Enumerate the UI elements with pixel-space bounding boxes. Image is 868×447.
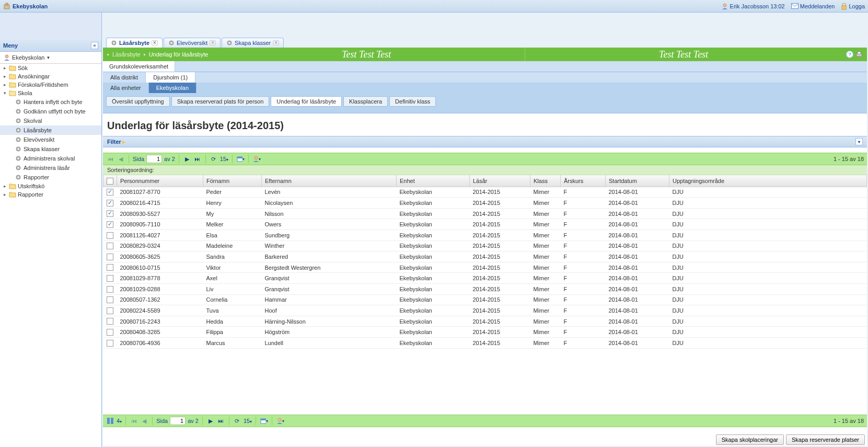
row-checkbox[interactable]	[107, 329, 113, 336]
refresh-button[interactable]: ⟳	[233, 417, 241, 425]
table-row[interactable]: 20081027-8770PederLevénEkebyskolan2014-2…	[103, 187, 867, 198]
pagesize-selector[interactable]: 15▾	[244, 418, 252, 424]
table-row[interactable]: 20081126-4027ElsaSundbergEkebyskolan2014…	[103, 230, 867, 240]
next-page-button[interactable]: ▶	[183, 155, 191, 163]
help-button[interactable]: ?	[846, 51, 853, 58]
column-header[interactable]	[103, 175, 117, 187]
row-checkbox[interactable]	[107, 307, 113, 314]
row-checkbox[interactable]	[107, 340, 113, 347]
prev-page-button[interactable]: ◀	[140, 417, 148, 425]
breadcrumb-root[interactable]: Läsårsbyte	[112, 51, 141, 58]
filter-collapse-button[interactable]: ▾	[855, 138, 863, 145]
expand-icon[interactable]: ▸	[2, 65, 7, 71]
tree-item[interactable]: Administrera skolval	[0, 154, 101, 163]
create-reserved-button[interactable]: Skapa reserverade platser	[786, 434, 865, 445]
column-header[interactable]: Personnummer	[117, 175, 203, 187]
row-checkbox[interactable]	[107, 296, 113, 303]
first-page-button[interactable]: ⏮	[106, 155, 114, 163]
last-page-button[interactable]: ⏭	[217, 417, 225, 425]
page-input[interactable]	[146, 155, 162, 163]
pagesize-selector[interactable]: 15▾	[220, 156, 228, 162]
tree-item[interactable]: Läsårsbyte	[0, 125, 101, 135]
table-row[interactable]: 20080605-3625SandraBarkeredEkebyskolan20…	[103, 251, 867, 262]
row-checkbox[interactable]	[107, 221, 113, 228]
expand-icon[interactable]: ▸	[2, 82, 7, 87]
table-row[interactable]: 20080224-5589TuvaHoofEkebyskolan2014-201…	[103, 305, 867, 316]
tab-close-button[interactable]: ×	[210, 40, 216, 45]
action-tab[interactable]: Klassplacera	[343, 96, 388, 107]
row-checkbox[interactable]	[107, 210, 113, 217]
tree-item[interactable]: Elevöversikt	[0, 135, 101, 144]
user-action-button[interactable]: ▾	[252, 155, 261, 163]
tab-close-button[interactable]: ×	[273, 40, 279, 45]
user-action-button[interactable]: ▾	[276, 417, 284, 425]
table-row[interactable]: 20080905-7110MelkerOwersEkebyskolan2014-…	[103, 219, 867, 230]
main-tab[interactable]: Skapa klasser×	[222, 38, 284, 48]
table-row[interactable]: 20080930-5527MyNilssonEkebyskolan2014-20…	[103, 208, 867, 219]
export-button[interactable]: ▾	[236, 155, 245, 163]
column-header[interactable]: Enhet	[397, 175, 470, 187]
first-page-button[interactable]: ⏮	[130, 417, 138, 425]
table-row[interactable]: 20080706-4936MarcusLundellEkebyskolan201…	[103, 337, 867, 348]
tree-item[interactable]: Godkänn utflytt och byte	[0, 107, 101, 116]
next-page-button[interactable]: ▶	[206, 417, 215, 425]
user-menu[interactable]: Erik Jacobsson 13:02	[721, 3, 785, 10]
row-checkbox[interactable]	[107, 189, 113, 196]
action-tab[interactable]: Översikt uppflyttning	[106, 96, 170, 107]
row-checkbox[interactable]	[107, 264, 113, 271]
row-checkbox[interactable]	[107, 200, 113, 207]
column-header[interactable]: Förnamn	[203, 175, 262, 187]
action-tab[interactable]: Definitiv klass	[389, 96, 436, 107]
action-tab[interactable]: Skapa reserverad plats för person	[171, 96, 270, 107]
table-row[interactable]: 20080716-2243HeddaHärning-NilssonEkebysk…	[103, 316, 867, 327]
print-icon[interactable]	[855, 51, 863, 58]
column-header[interactable]: Klass	[530, 175, 561, 187]
distrikt-tab[interactable]: Djursholm (1)	[146, 72, 195, 83]
column-header[interactable]: Läsår	[470, 175, 530, 187]
logout-link[interactable]: Logga	[841, 3, 865, 10]
row-checkbox[interactable]	[107, 243, 113, 249]
expand-icon[interactable]: ▸	[2, 74, 7, 79]
export-button[interactable]: ▾	[260, 417, 268, 425]
table-row[interactable]: 20080829-0324MadeleineWintherEkebyskolan…	[103, 240, 867, 251]
sidebar-collapse-button[interactable]: «	[91, 42, 98, 49]
select-all-checkbox[interactable]	[107, 178, 113, 185]
tree-item[interactable]: ▸Utskriftskö	[0, 182, 101, 190]
row-checkbox[interactable]	[107, 318, 113, 325]
collapse-icon[interactable]: ▾	[2, 90, 7, 96]
tree-item[interactable]: ▸Rapporter	[0, 190, 101, 199]
column-header[interactable]: Startdatum	[606, 175, 669, 187]
tree-item[interactable]: Rapporter	[0, 173, 101, 182]
column-header[interactable]: Efternamn	[262, 175, 397, 187]
page-input[interactable]	[170, 417, 186, 425]
row-checkbox[interactable]	[107, 254, 113, 260]
distrikt-tab[interactable]: Alla distrikt	[103, 72, 146, 83]
tree-item[interactable]: ▾Skola	[0, 89, 101, 97]
table-row[interactable]: 20080507-1362CorneliaHammarEkebyskolan20…	[103, 294, 867, 305]
column-header[interactable]: Årskurs	[561, 175, 606, 187]
table-row[interactable]: 20080408-3285FilippaHögströmEkebyskolan2…	[103, 327, 867, 338]
expand-icon[interactable]: ▸	[2, 184, 7, 189]
sidebar-org-selector[interactable]: Ekebyskolan ▼	[0, 52, 101, 64]
tree-item[interactable]: ▸Förskola/Fritidshem	[0, 81, 101, 89]
table-row[interactable]: 20081029-8778AxelGranqvistEkebyskolan201…	[103, 273, 867, 284]
verksamhet-tab[interactable]: Grundskoleverksamhet	[103, 61, 175, 72]
tab-close-button[interactable]: ×	[152, 40, 158, 45]
row-checkbox[interactable]	[107, 275, 113, 282]
main-tab[interactable]: Läsårsbyte×	[106, 38, 163, 48]
tree-item[interactable]: ▸Ansökningar	[0, 72, 101, 81]
create-placements-button[interactable]: Skapa skolplaceringar	[716, 434, 784, 445]
action-tab[interactable]: Underlag för läsårsbyte	[271, 96, 342, 107]
tree-item[interactable]: ▸Sök	[0, 64, 101, 72]
expand-icon[interactable]: ▸	[2, 192, 7, 197]
table-row[interactable]: 20080610-0715ViktorBergstedt WestergrenE…	[103, 262, 867, 273]
tree-item[interactable]: Administrera läsår	[0, 163, 101, 173]
table-row[interactable]: 20081029-0288LivGranqvistEkebyskolan2014…	[103, 283, 867, 294]
columns-button[interactable]	[106, 417, 114, 425]
table-row[interactable]: 20080216-4715HenryNicolaysenEkebyskolan2…	[103, 198, 867, 209]
messages-link[interactable]: Meddelanden	[791, 3, 835, 9]
main-tab[interactable]: Elevöversikt×	[164, 38, 221, 48]
column-header[interactable]: Upptagningsområde	[669, 175, 867, 187]
row-checkbox[interactable]	[107, 232, 113, 239]
column-selector[interactable]: 4▾	[117, 418, 122, 424]
